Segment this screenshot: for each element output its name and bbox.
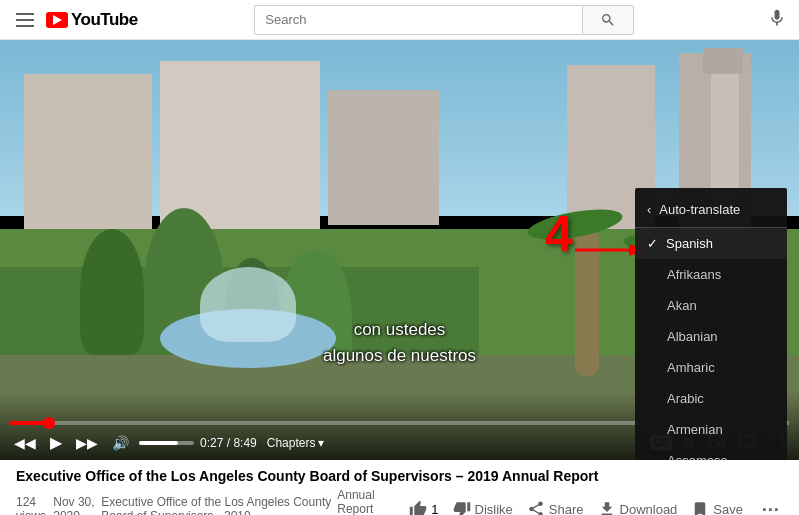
skip-back-button[interactable]: ◀◀ bbox=[10, 433, 40, 453]
play-button[interactable]: ▶ bbox=[46, 431, 66, 454]
mic-icon bbox=[767, 8, 787, 28]
view-count: 124 views bbox=[16, 495, 48, 515]
share-label: Share bbox=[549, 502, 584, 516]
chapters-label: Chapters bbox=[267, 436, 316, 450]
video-meta-left: 124 views Nov 30, 2020 Executive Office … bbox=[16, 488, 409, 515]
subtitles: con ustedes algunos de nuestros bbox=[323, 317, 476, 368]
download-label: Download bbox=[620, 502, 678, 516]
search-button[interactable] bbox=[582, 5, 634, 35]
hamburger-menu[interactable] bbox=[12, 9, 38, 31]
save-button[interactable]: Save bbox=[691, 500, 743, 515]
download-icon bbox=[598, 500, 616, 515]
thumbs-down-icon bbox=[453, 500, 471, 515]
channel-link[interactable]: Executive Office of the Los Angeles Coun… bbox=[101, 495, 332, 515]
yt-icon bbox=[46, 12, 68, 28]
search-icon bbox=[600, 12, 616, 28]
video-title: Executive Office of the Los Angeles Coun… bbox=[16, 468, 783, 484]
auto-translate-label: Auto-translate bbox=[659, 202, 740, 217]
share-button[interactable]: Share bbox=[527, 500, 584, 515]
lang-item-akan[interactable]: Akan bbox=[635, 290, 787, 321]
lang-item-albanian[interactable]: Albanian bbox=[635, 321, 787, 352]
video-container: con ustedes algunos de nuestros 4 ‹ Auto… bbox=[0, 40, 799, 460]
lang-item-spanish[interactable]: ✓ Spanish bbox=[635, 228, 787, 259]
download-button[interactable]: Download bbox=[598, 500, 678, 515]
lang-back-button[interactable]: ‹ Auto-translate bbox=[635, 192, 787, 228]
dislike-label: Dislike bbox=[475, 502, 513, 516]
lang-label: Albanian bbox=[667, 329, 718, 344]
lang-label: Spanish bbox=[666, 236, 713, 251]
lang-label: Akan bbox=[667, 298, 697, 313]
mic-button[interactable] bbox=[767, 8, 787, 31]
video-meta-row: 124 views Nov 30, 2020 Executive Office … bbox=[16, 488, 783, 515]
save-icon bbox=[691, 500, 709, 515]
dislike-button[interactable]: Dislike bbox=[453, 500, 513, 515]
description-excerpt: Annual Report bbox=[337, 488, 374, 515]
lang-item-armenian[interactable]: Armenian bbox=[635, 414, 787, 445]
search-area bbox=[138, 5, 751, 35]
youtube-logo[interactable]: YouTube bbox=[46, 10, 138, 30]
back-arrow-icon: ‹ bbox=[647, 202, 651, 217]
language-menu: ‹ Auto-translate ✓ Spanish Afrikaans Aka… bbox=[635, 188, 787, 460]
date: Nov 30, 2020 bbox=[53, 495, 96, 515]
header-right bbox=[767, 8, 787, 31]
like-button[interactable]: 1 bbox=[409, 500, 438, 515]
lang-label: Armenian bbox=[667, 422, 723, 437]
volume-slider[interactable] bbox=[139, 441, 194, 445]
lang-item-arabic[interactable]: Arabic bbox=[635, 383, 787, 414]
below-video: Executive Office of the Los Angeles Coun… bbox=[0, 460, 799, 515]
share-icon bbox=[527, 500, 545, 515]
description-text: Annual Report ...more bbox=[337, 488, 409, 515]
lang-item-afrikaans[interactable]: Afrikaans bbox=[635, 259, 787, 290]
header: YouTube bbox=[0, 0, 799, 40]
subtitle-line1: con ustedes bbox=[323, 317, 476, 343]
lang-label: Afrikaans bbox=[667, 267, 721, 282]
lang-label: Arabic bbox=[667, 391, 704, 406]
lang-label: Amharic bbox=[667, 360, 715, 375]
like-count: 1 bbox=[431, 502, 438, 516]
skip-forward-button[interactable]: ▶▶ bbox=[72, 433, 102, 453]
annotation-number: 4 bbox=[545, 205, 573, 263]
volume-button[interactable]: 🔊 bbox=[108, 433, 133, 453]
search-input[interactable] bbox=[254, 5, 582, 35]
thumbs-up-icon bbox=[409, 500, 427, 515]
progress-thumb bbox=[43, 417, 55, 429]
chapters-chevron: ▾ bbox=[318, 436, 324, 450]
header-left: YouTube bbox=[12, 9, 138, 31]
lang-label: Assamese bbox=[667, 453, 728, 460]
more-actions-button[interactable]: ⋯ bbox=[757, 498, 783, 515]
lang-item-amharic[interactable]: Amharic bbox=[635, 352, 787, 383]
save-label: Save bbox=[713, 502, 743, 516]
subtitle-line2: algunos de nuestros bbox=[323, 343, 476, 369]
time-display: 0:27 / 8:49 bbox=[200, 436, 257, 450]
check-icon: ✓ bbox=[647, 236, 658, 251]
yt-wordmark: YouTube bbox=[71, 10, 138, 30]
lang-item-assamese[interactable]: Assamese bbox=[635, 445, 787, 460]
video-actions: 1 Dislike Share Download Save ⋯ bbox=[409, 498, 783, 515]
chapters-button[interactable]: Chapters ▾ bbox=[263, 434, 329, 452]
